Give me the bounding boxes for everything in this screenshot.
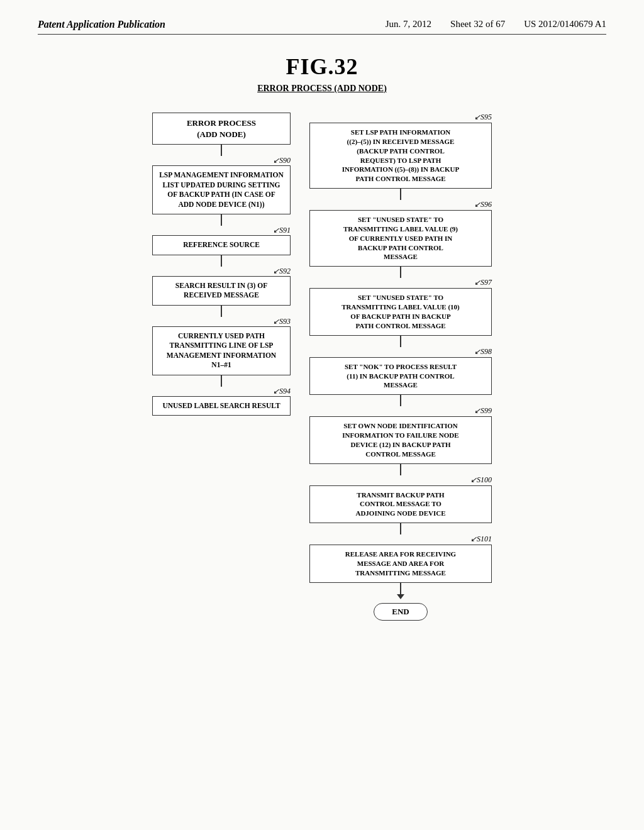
label-s101: ↙S101 [470, 534, 492, 544]
label-s91: ↙S91 [273, 226, 291, 235]
box-s93: CURRENTLY USED PATH TRANSMITTING LINE OF… [152, 326, 291, 375]
label-s92: ↙S92 [273, 267, 291, 276]
page: Patent Application Publication Jun. 7, 2… [0, 0, 644, 830]
diagram: ERROR PROCESS (ADD NODE) ↙S90 LSP MANAGE… [38, 113, 606, 621]
connector-2 [221, 214, 222, 226]
pub-date: Jun. 7, 2012 [386, 19, 431, 30]
label-s97: ↙S97 [474, 278, 492, 287]
fig-subtitle: ERROR PROCESS (ADD NODE) [38, 84, 606, 94]
connector-r2 [400, 267, 401, 278]
end-arrow [397, 594, 404, 599]
label-s90: ↙S90 [273, 156, 291, 165]
box-s95: SET LSP PATH INFORMATION ((2)–(5)) IN RE… [309, 123, 492, 189]
box-s100: TRANSMIT BACKUP PATH CONTROL MESSAGE TO … [309, 485, 492, 524]
connector-r3 [400, 336, 401, 347]
fig-title: FIG.32 [38, 53, 606, 80]
connector-r7 [400, 583, 401, 594]
connector-r6 [400, 523, 401, 534]
box-s99: SET OWN NODE IDENTIFICATION INFORMATION … [309, 416, 492, 463]
fig-number: FIG.32 [38, 53, 606, 80]
box-s97: SET "UNUSED STATE" TO TRANSMITTING LABEL… [309, 288, 492, 335]
header-info: Jun. 7, 2012 Sheet 32 of 67 US 2012/0140… [386, 19, 606, 30]
box-s101: RELEASE AREA FOR RECEIVING MESSAGE AND A… [309, 545, 492, 583]
label-s96: ↙S96 [474, 200, 492, 209]
box-s98: SET "NOK" TO PROCESS RESULT (11) IN BACK… [309, 357, 492, 396]
label-s94: ↙S94 [273, 387, 291, 396]
box-s91: REFERENCE SOURCE [152, 235, 291, 255]
label-s98: ↙S98 [474, 347, 492, 357]
box-s96: SET "UNUSED STATE" TO TRANSMITTING LABEL… [309, 210, 492, 267]
connector-r4 [400, 395, 401, 406]
top-box-left: ERROR PROCESS (ADD NODE) [152, 113, 291, 145]
connector-5 [221, 375, 222, 387]
end-box: END [374, 603, 427, 621]
label-s95: ↙S95 [474, 113, 492, 122]
left-column: ERROR PROCESS (ADD NODE) ↙S90 LSP MANAGE… [152, 113, 291, 621]
connector-1 [221, 145, 222, 156]
label-s93: ↙S93 [273, 317, 291, 326]
box-s90: LSP MANAGEMENT INFORMATION LIST UPDATED … [152, 165, 291, 214]
right-column: ↙S95 SET LSP PATH INFORMATION ((2)–(5)) … [309, 113, 492, 621]
label-s99: ↙S99 [474, 406, 492, 416]
connector-4 [221, 306, 222, 317]
box-s92: SEARCH RESULT IN (3) OF RECEIVED MESSAGE [152, 276, 291, 306]
publication-label: Patent Application Publication [38, 19, 165, 30]
patent-number: US 2012/0140679 A1 [524, 19, 606, 30]
connector-r5 [400, 464, 401, 475]
label-s100: ↙S100 [470, 475, 492, 485]
connector-r1 [400, 189, 401, 200]
connector-3 [221, 255, 222, 267]
header: Patent Application Publication Jun. 7, 2… [38, 19, 606, 35]
box-s94: UNUSED LABEL SEARCH RESULT [152, 396, 291, 416]
sheet-info: Sheet 32 of 67 [450, 19, 505, 30]
